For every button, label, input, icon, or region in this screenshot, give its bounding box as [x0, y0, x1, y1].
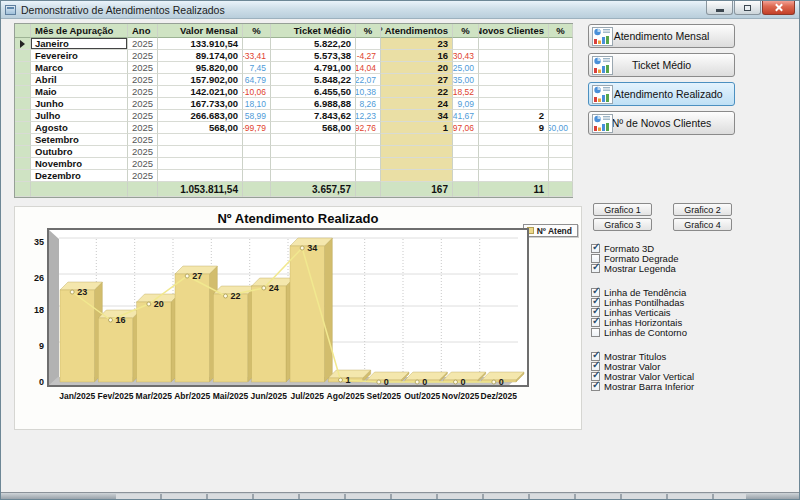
grid-cell[interactable]: [479, 170, 549, 182]
grid-cell[interactable]: [381, 170, 453, 182]
grid-cell[interactable]: 5.822,20: [271, 38, 356, 50]
grid-cell[interactable]: [549, 38, 573, 50]
grid-cell[interactable]: 2025: [128, 134, 158, 146]
grid-cell[interactable]: Abril: [31, 74, 128, 86]
grid-cell[interactable]: 95.820,00: [158, 62, 243, 74]
row-selector[interactable]: [15, 50, 31, 62]
checkbox-mostrar-valor[interactable]: ✓Mostrar Valor: [591, 361, 660, 371]
grid-cell[interactable]: Outubro: [31, 146, 128, 158]
grid-cell[interactable]: [158, 134, 243, 146]
grid-cell[interactable]: 2025: [128, 146, 158, 158]
grid-cell[interactable]: 568,00: [158, 122, 243, 134]
grid-cell[interactable]: -4,27: [356, 50, 381, 62]
grid-cell[interactable]: [453, 134, 479, 146]
grid-cell[interactable]: [453, 38, 479, 50]
grid-cell[interactable]: [549, 110, 573, 122]
row-selector[interactable]: [15, 62, 31, 74]
grid-cell[interactable]: [271, 170, 356, 182]
grid-cell[interactable]: [549, 158, 573, 170]
row-selector[interactable]: [15, 38, 31, 50]
grid-cell[interactable]: Julho: [31, 110, 128, 122]
grid-cell[interactable]: [381, 134, 453, 146]
grid-cell[interactable]: Junho: [31, 98, 128, 110]
grid-cell[interactable]: 568,00: [271, 122, 356, 134]
grid-cell[interactable]: [158, 170, 243, 182]
grid-cell[interactable]: 2025: [128, 50, 158, 62]
grid-cell[interactable]: 22,07: [356, 74, 381, 86]
grid-cell[interactable]: -92,76: [356, 122, 381, 134]
grid-cell[interactable]: 25,00: [453, 62, 479, 74]
grid-cell[interactable]: [453, 146, 479, 158]
column-header[interactable]: Ticket Médio: [271, 24, 356, 38]
grid-cell[interactable]: [549, 170, 573, 182]
grid-cell[interactable]: [243, 170, 271, 182]
grid-cell[interactable]: [243, 158, 271, 170]
grid-cell[interactable]: 89.174,00: [158, 50, 243, 62]
checkbox-mostrar-valor-vertical[interactable]: ✓Mostrar Valor Vertical: [591, 371, 694, 381]
grid-cell[interactable]: -99,79: [243, 122, 271, 134]
grid-cell[interactable]: 27: [381, 74, 453, 86]
grid-cell[interactable]: [271, 146, 356, 158]
grid-cell[interactable]: [479, 98, 549, 110]
column-header[interactable]: %: [453, 24, 479, 38]
grid-cell[interactable]: 133.910,54: [158, 38, 243, 50]
row-selector[interactable]: [15, 86, 31, 98]
row-selector[interactable]: [15, 122, 31, 134]
row-selector[interactable]: [15, 134, 31, 146]
nav-button-ticket-m-dio[interactable]: Ticket Médio: [588, 53, 735, 77]
grid-cell[interactable]: [549, 74, 573, 86]
column-header[interactable]: Novos Clientes: [479, 24, 549, 38]
grid-cell[interactable]: -30,43: [453, 50, 479, 62]
grid-cell[interactable]: 22: [381, 86, 453, 98]
grid-cell[interactable]: [381, 158, 453, 170]
column-header[interactable]: %: [549, 24, 573, 38]
grid-cell[interactable]: 2025: [128, 86, 158, 98]
grid-cell[interactable]: [158, 158, 243, 170]
grid-cell[interactable]: 7.843,62: [271, 110, 356, 122]
grid-cell[interactable]: [158, 146, 243, 158]
grid-cell[interactable]: 2025: [128, 158, 158, 170]
grid-cell[interactable]: Maio: [31, 86, 128, 98]
grid-cell[interactable]: 10,38: [356, 86, 381, 98]
grid-cell[interactable]: [479, 146, 549, 158]
nav-button-n-de-novos-clientes[interactable]: Nº de Novos Clientes: [588, 111, 735, 135]
grid-cell[interactable]: 64,79: [243, 74, 271, 86]
row-selector[interactable]: [15, 98, 31, 110]
checkbox-formato-degrade[interactable]: Formato Degrade: [591, 253, 678, 263]
restore-button[interactable]: [734, 1, 761, 15]
grid-cell[interactable]: 6.988,88: [271, 98, 356, 110]
grid-cell[interactable]: -97,06: [453, 122, 479, 134]
grid-cell[interactable]: [549, 62, 573, 74]
nav-button-n-atendimento-realizado[interactable]: Nº Atendimento Realizado: [588, 82, 735, 106]
checkbox-mostrar-legenda[interactable]: ✓Mostrar Legenda: [591, 263, 676, 273]
grid-cell[interactable]: Novembro: [31, 158, 128, 170]
row-selector[interactable]: [15, 146, 31, 158]
grid-cell[interactable]: 2025: [128, 62, 158, 74]
grid-cell[interactable]: 266.683,00: [158, 110, 243, 122]
grid-cell[interactable]: 24: [381, 98, 453, 110]
grid-cell[interactable]: 16: [381, 50, 453, 62]
grid-cell[interactable]: [479, 62, 549, 74]
grid-cell[interactable]: 4.791,00: [271, 62, 356, 74]
grid-cell[interactable]: 58,99: [243, 110, 271, 122]
row-selector[interactable]: [15, 110, 31, 122]
checkbox-formato-3d[interactable]: ✓Formato 3D: [591, 243, 654, 253]
grid-cell[interactable]: 20: [381, 62, 453, 74]
grid-cell[interactable]: 2025: [128, 98, 158, 110]
checkbox-linhas-de-contorno[interactable]: Linhas de Contorno: [591, 327, 687, 337]
grid-cell[interactable]: 9: [479, 122, 549, 134]
row-selector[interactable]: [15, 158, 31, 170]
grafico-button-4[interactable]: Grafico 4: [673, 218, 732, 231]
grid-cell[interactable]: Setembro: [31, 134, 128, 146]
grid-cell[interactable]: 1: [381, 122, 453, 134]
grid-cell[interactable]: 6.455,50: [271, 86, 356, 98]
grid-cell[interactable]: [479, 50, 549, 62]
grafico-button-1[interactable]: Grafico 1: [593, 203, 652, 216]
grid-cell[interactable]: 157.902,00: [158, 74, 243, 86]
grid-cell[interactable]: [243, 134, 271, 146]
grid-cell[interactable]: [356, 170, 381, 182]
grid-cell[interactable]: 9,09: [453, 98, 479, 110]
column-header[interactable]: Nº Atendimentos: [381, 24, 453, 38]
column-header[interactable]: Valor Mensal: [158, 24, 243, 38]
grid-cell[interactable]: [549, 86, 573, 98]
